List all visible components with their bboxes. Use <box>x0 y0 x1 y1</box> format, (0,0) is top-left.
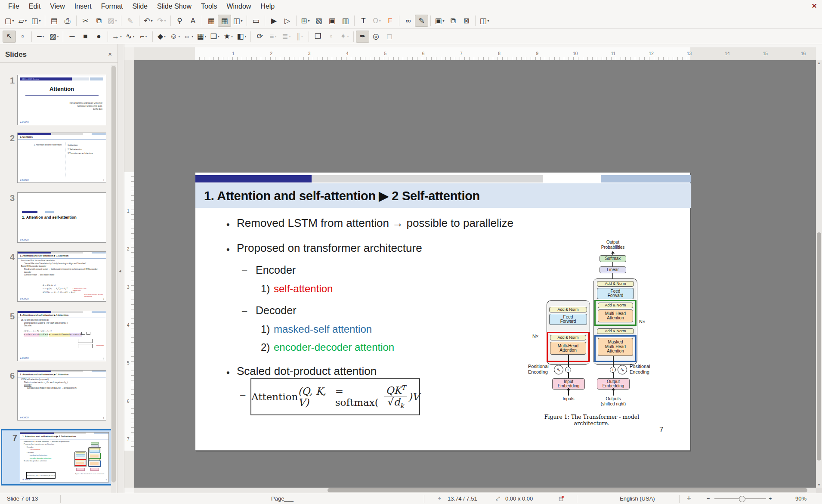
slide-thumbnail-7-selected[interactable]: 7 1. Attention and self-attention ▶ 2 Se… <box>1 429 112 485</box>
ellipse-icon[interactable]: ● <box>92 31 105 43</box>
show-draw-functions-icon[interactable]: ✎ <box>415 15 428 27</box>
find-replace-icon[interactable]: ⚲ <box>173 15 186 27</box>
item-masked-self-attention: masked-self attention <box>274 323 372 335</box>
panel-scrollbar[interactable] <box>111 65 116 504</box>
flowchart-icon[interactable]: ▦▾ <box>195 31 208 43</box>
rotate-icon[interactable]: ⟳ <box>253 31 266 43</box>
editing-canvas[interactable]: 1. Attention and self-attention ▶ 2 Self… <box>134 60 816 488</box>
start-from-first-slide-icon[interactable]: ▶ <box>267 15 281 27</box>
mini-body: LSTM with attention (proposed) Distinct … <box>21 378 104 390</box>
window-close-icon[interactable]: ✕ <box>809 1 819 11</box>
slides-panel: Slides × 1 04-Dec, 2023 Seminar Attentio… <box>0 44 118 493</box>
transformer-figure[interactable]: Output Probabilities Softmax Linear Add … <box>529 240 655 437</box>
shadow-icon[interactable]: ❐ <box>311 31 324 43</box>
undo-icon[interactable]: ↶▾ <box>142 15 155 27</box>
slide-thumbnail-1[interactable]: 1 04-Dec, 2023 Seminar Attention Korea M… <box>2 75 106 125</box>
fontwork-icon[interactable]: F <box>383 15 397 27</box>
display-views-icon[interactable]: ◫▾ <box>231 15 244 27</box>
insert-text-box-icon[interactable]: T <box>357 15 370 27</box>
copy-icon[interactable]: ⧉ <box>92 15 105 27</box>
insert-media-icon[interactable]: ▣ <box>325 15 339 27</box>
slide-thumbnail-2[interactable]: 2 0. Contents 1. Attention and self-atte… <box>2 133 106 183</box>
duplicate-slide-icon[interactable]: ⧉ <box>446 15 460 27</box>
insert-line-icon[interactable]: ─ <box>65 31 79 43</box>
spelling-icon[interactable]: A <box>186 15 200 27</box>
new-icon[interactable]: ▢▾ <box>3 15 16 27</box>
horizontal-scrollbar-thumb[interactable] <box>328 488 807 492</box>
scroll-down-icon[interactable]: ▼ <box>816 483 822 487</box>
dash-icon: – <box>242 305 247 316</box>
language-status[interactable]: English (USA) <box>620 495 655 502</box>
mini-formula-box: Attention(Q,K,V) = softmax(QKᵀ/√dₖ)V <box>26 472 56 479</box>
new-slide-icon[interactable]: ▣▾ <box>433 15 446 27</box>
edit-points-icon[interactable]: ✒ <box>356 31 369 43</box>
slide-thumbnail-6[interactable]: 6 1. Attention and self-attention ▶ 1 At… <box>2 370 106 421</box>
slide-layout-icon[interactable]: ◫▾ <box>478 15 491 27</box>
curves-polygons-icon[interactable]: ∿▾ <box>124 31 137 43</box>
insert-table-icon[interactable]: ⊞▾ <box>299 15 312 27</box>
panel-scrollbar-thumb[interactable] <box>111 66 116 482</box>
slide-thumbnail-4[interactable]: 4 1. Attention and self-attention ▶ 1 At… <box>2 251 106 302</box>
menu-slide[interactable]: Slide <box>127 0 152 13</box>
print-icon[interactable]: ⎙ <box>61 15 74 27</box>
rectangle-icon[interactable]: ■ <box>79 31 92 43</box>
vertical-ruler[interactable]: 1234567 <box>124 60 135 488</box>
bullet-icon: • <box>226 367 230 378</box>
snap-to-grid-icon[interactable]: ▦ <box>218 15 231 27</box>
menu-window[interactable]: Window <box>222 0 256 13</box>
zoom-out-button[interactable]: − <box>707 495 710 502</box>
save-icon[interactable]: ◫▾ <box>29 15 43 27</box>
insert-chart-icon[interactable]: ▥ <box>339 15 352 27</box>
transformations-icon[interactable]: ▫ <box>16 31 29 43</box>
connectors-icon[interactable]: ⌐▾ <box>137 31 150 43</box>
panel-close-icon[interactable]: × <box>108 50 112 58</box>
vertical-scrollbar-thumb[interactable] <box>817 232 821 461</box>
symbol-shapes-icon[interactable]: ☺▾ <box>168 31 182 43</box>
insert-comment-icon[interactable]: ▭ <box>249 15 263 27</box>
insert-image-icon[interactable]: ▧ <box>312 15 325 27</box>
block-arrows-icon[interactable]: ⇔▾ <box>182 31 195 43</box>
vertical-scrollbar[interactable]: ▲ ▼ <box>816 60 822 488</box>
menu-edit[interactable]: Edit <box>24 0 46 13</box>
menu-format[interactable]: Format <box>96 0 128 13</box>
layout-name-status[interactable]: Page___ <box>271 495 294 502</box>
3d-objects-icon[interactable]: ◧▾ <box>235 31 248 43</box>
slide-title-band[interactable]: 1. Attention and self-attention ▶ 2 Self… <box>195 183 691 208</box>
mini-strip <box>18 311 106 313</box>
horizontal-scrollbar[interactable] <box>134 488 816 493</box>
export-pdf-icon[interactable]: ▤ <box>47 15 61 27</box>
panel-collapse-icon[interactable]: ◂ <box>119 268 121 274</box>
slide-count-status[interactable]: Slide 7 of 13 <box>7 495 38 502</box>
menu-slide-show[interactable]: Slide Show <box>152 0 196 13</box>
start-from-current-slide-icon[interactable]: ▷ <box>281 15 294 27</box>
zoom-level-value[interactable]: 90% <box>795 495 807 502</box>
glue-points-icon[interactable]: ◎ <box>369 31 383 43</box>
open-icon[interactable]: ▱▾ <box>16 15 29 27</box>
zoom-in-button[interactable]: + <box>769 495 772 502</box>
menu-help[interactable]: Help <box>256 0 279 13</box>
lines-and-arrows-icon[interactable]: →▾ <box>110 31 124 43</box>
slide-thumbnail-3[interactable]: 3 1. Attention and self-attention ⊕ KMOU <box>2 192 106 243</box>
delete-slide-icon[interactable]: ⊠ <box>460 15 473 27</box>
slide-canvas[interactable]: 1. Attention and self-attention ▶ 2 Self… <box>195 172 690 451</box>
menu-insert[interactable]: Insert <box>70 0 96 13</box>
line-color-icon[interactable]: ━▾ <box>34 31 47 43</box>
fit-slide-icon[interactable]: ✛ <box>687 495 691 501</box>
horizontal-ruler[interactable]: 12345678910111213141516 <box>134 47 816 61</box>
hyperlink-icon[interactable]: ∞ <box>402 15 415 27</box>
callout-shapes-icon[interactable]: ❏▾ <box>208 31 222 43</box>
menu-file[interactable]: File <box>3 0 24 13</box>
stars-banners-icon[interactable]: ★▾ <box>222 31 235 43</box>
display-grid-icon[interactable]: ▦ <box>204 15 218 27</box>
sidebar-splitter[interactable]: ◂ <box>118 44 124 493</box>
select-icon[interactable]: ↖ <box>3 31 16 43</box>
attention-formula-box[interactable]: Attention(Q, K, V) = softmax(QKT√dk)V <box>250 378 420 415</box>
zoom-slider-knob[interactable] <box>739 496 745 502</box>
basic-shapes-icon[interactable]: ◆▾ <box>155 31 168 43</box>
menu-tools[interactable]: Tools <box>196 0 222 13</box>
slide-thumbnail-5[interactable]: 5 1. Attention and self-attention ▶ 1 At… <box>2 311 106 361</box>
cut-icon[interactable]: ✂ <box>79 15 92 27</box>
menu-view[interactable]: View <box>45 0 69 13</box>
scroll-up-icon[interactable]: ▲ <box>816 61 822 65</box>
fill-color-icon[interactable]: ▨▾ <box>47 31 61 43</box>
